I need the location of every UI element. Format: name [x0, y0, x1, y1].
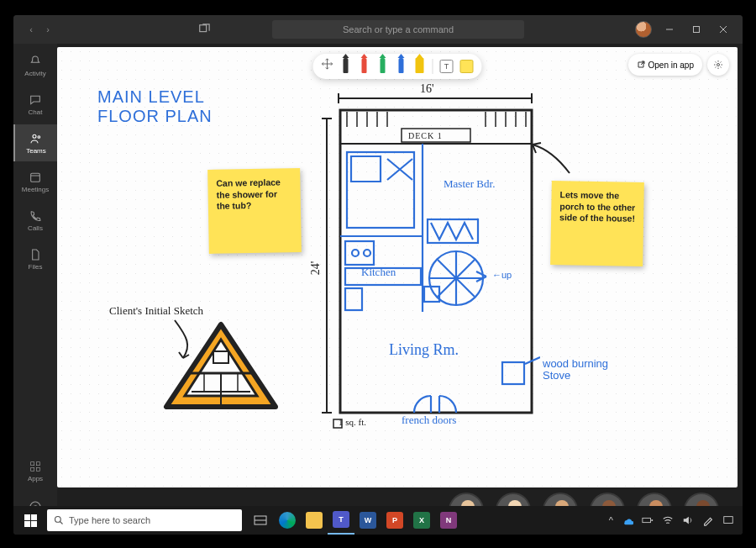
rail-apps[interactable]: Apps	[28, 452, 43, 489]
french-doors-label: french doors	[402, 414, 456, 427]
highlighter-yellow[interactable]	[414, 58, 426, 75]
whiteboard-settings-button[interactable]	[707, 54, 729, 76]
popout-icon[interactable]	[198, 24, 215, 35]
rail-chat[interactable]: Chat	[13, 86, 57, 123]
svg-rect-9	[31, 461, 34, 465]
bell-icon	[29, 55, 42, 68]
rail-files[interactable]: Files	[13, 240, 57, 277]
svg-rect-12	[36, 467, 39, 471]
svg-rect-10	[36, 461, 39, 465]
teams-icon	[29, 132, 43, 145]
task-view-button[interactable]	[247, 506, 274, 535]
stove-label: wood burning Stove	[543, 358, 608, 382]
taskbar-app-word[interactable]: W	[354, 506, 381, 535]
scale-label: 1 sq. ft.	[339, 417, 366, 427]
svg-point-5	[33, 134, 36, 138]
svg-rect-0	[200, 25, 207, 32]
volume-icon[interactable]	[682, 514, 694, 526]
taskbar-app-explorer[interactable]	[301, 506, 328, 535]
system-tray: ^	[601, 514, 743, 526]
client-sketch-drawing	[141, 299, 284, 417]
svg-rect-51	[345, 288, 362, 310]
gear-icon	[713, 60, 723, 70]
open-in-app-button[interactable]: Open in app	[628, 54, 703, 76]
search-icon	[54, 515, 64, 525]
svg-point-15	[717, 64, 720, 66]
action-center-icon[interactable]	[722, 514, 734, 526]
svg-rect-7	[31, 173, 40, 182]
phone-icon	[29, 209, 42, 223]
window-minimize-button[interactable]	[660, 20, 679, 39]
rail-teams[interactable]: Teams	[13, 124, 57, 161]
window-close-button[interactable]	[714, 20, 732, 39]
nav-forward-button[interactable]: ›	[40, 24, 55, 34]
calendar-icon	[29, 171, 42, 184]
svg-rect-2	[694, 27, 700, 33]
taskbar-app-powerpoint[interactable]: P	[381, 506, 408, 535]
svg-point-6	[38, 135, 40, 138]
svg-rect-68	[643, 518, 651, 522]
rail-label: Files	[29, 263, 43, 271]
text-tool[interactable]: T	[440, 60, 454, 73]
rail-meetings[interactable]: Meetings	[13, 163, 57, 200]
dim-height-label: 24'	[309, 261, 323, 276]
taskbar-search-placeholder: Type here to search	[69, 515, 150, 525]
sticky-note-2[interactable]: Lets move the porch to the other side of…	[550, 181, 644, 266]
content-area: T Open in app MAIN LEV	[57, 44, 743, 535]
nav-back-button[interactable]: ‹	[24, 24, 39, 34]
tray-chevron-up-icon[interactable]: ^	[609, 515, 613, 525]
svg-rect-70	[724, 517, 733, 524]
command-search-input[interactable]: Search or type a command	[272, 20, 524, 39]
pen-red[interactable]	[359, 58, 370, 75]
taskbar-search-input[interactable]: Type here to search	[47, 509, 242, 531]
rail-label: Apps	[28, 475, 43, 482]
teams-body: Activity Chat Teams Meetings Calls Files	[13, 44, 743, 535]
ink-icon[interactable]	[702, 514, 714, 526]
window-maximize-button[interactable]	[687, 20, 706, 39]
pen-blue[interactable]	[396, 58, 407, 75]
sticky-note-tool[interactable]	[460, 60, 474, 73]
living-room-label: Living Rm.	[389, 341, 459, 359]
svg-rect-69	[651, 519, 653, 521]
pen-black[interactable]	[340, 58, 352, 75]
rail-activity[interactable]: Activity	[13, 47, 57, 84]
deck-label: DECK 1	[408, 131, 443, 140]
pen-green[interactable]	[377, 58, 389, 75]
file-icon	[29, 248, 42, 261]
onedrive-icon[interactable]	[622, 514, 633, 526]
open-external-icon	[637, 61, 645, 69]
svg-point-64	[55, 517, 61, 523]
svg-line-65	[60, 522, 63, 524]
move-tool[interactable]	[322, 58, 333, 75]
taskbar-app-excel[interactable]: X	[408, 506, 435, 535]
whiteboard-toolbar: T	[313, 54, 482, 79]
toolbar-separator	[433, 59, 433, 74]
svg-rect-11	[31, 467, 34, 471]
master-bdr-label: Master Bdr.	[444, 177, 495, 191]
arrow-annotation	[528, 140, 578, 182]
windows-logo-icon	[24, 514, 37, 527]
rail-label: Teams	[26, 147, 46, 155]
taskbar-app-onenote[interactable]: N	[435, 506, 462, 535]
wifi-icon[interactable]	[662, 514, 674, 526]
up-label: ←up	[492, 270, 512, 280]
tablet-frame: ‹ › Search or type a command Activity Ch…	[0, 0, 756, 548]
rail-label: Meetings	[22, 186, 49, 193]
svg-point-49	[364, 250, 370, 256]
profile-avatar[interactable]	[635, 21, 652, 38]
start-button[interactable]	[13, 506, 47, 535]
app-rail: Activity Chat Teams Meetings Calls Files	[13, 44, 57, 535]
whiteboard-canvas[interactable]: T Open in app MAIN LEV	[57, 47, 738, 487]
svg-point-48	[352, 250, 359, 256]
chat-icon	[29, 93, 42, 107]
rail-label: Activity	[24, 70, 45, 77]
screen: ‹ › Search or type a command Activity Ch…	[13, 15, 743, 535]
sticky-note-1[interactable]: Can we replace the shower for the tub?	[207, 168, 302, 254]
rail-label: Calls	[28, 224, 43, 232]
battery-icon[interactable]	[642, 514, 654, 526]
rail-calls[interactable]: Calls	[13, 202, 57, 239]
taskbar-app-edge[interactable]	[274, 506, 301, 535]
svg-rect-59	[502, 362, 524, 384]
apps-icon	[29, 460, 42, 473]
taskbar-app-teams[interactable]: T	[328, 506, 354, 535]
